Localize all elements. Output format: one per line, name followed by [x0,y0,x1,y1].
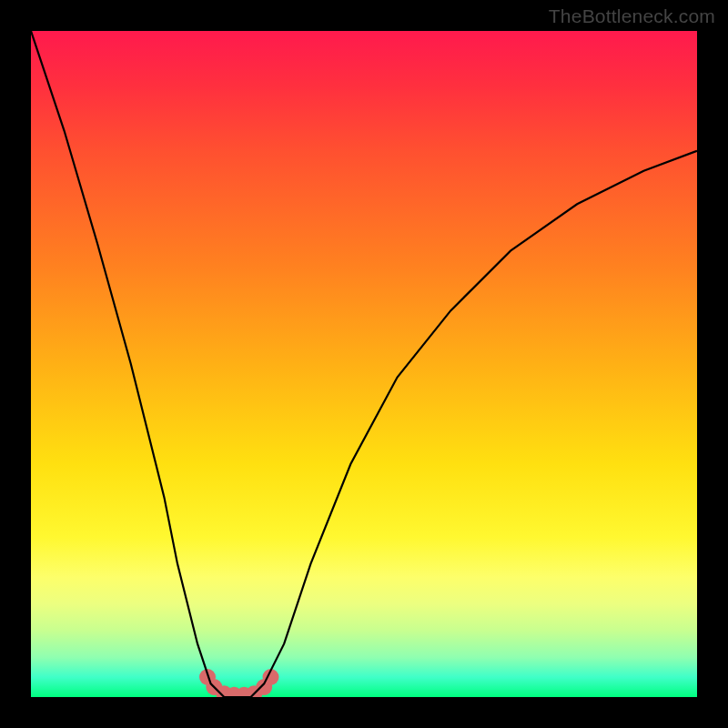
curve-layer [31,31,697,697]
watermark-text: TheBottleneck.com [549,5,715,27]
bottleneck-curve [31,31,697,697]
chart-frame: TheBottleneck.com [0,0,728,728]
plot-area [31,31,697,697]
